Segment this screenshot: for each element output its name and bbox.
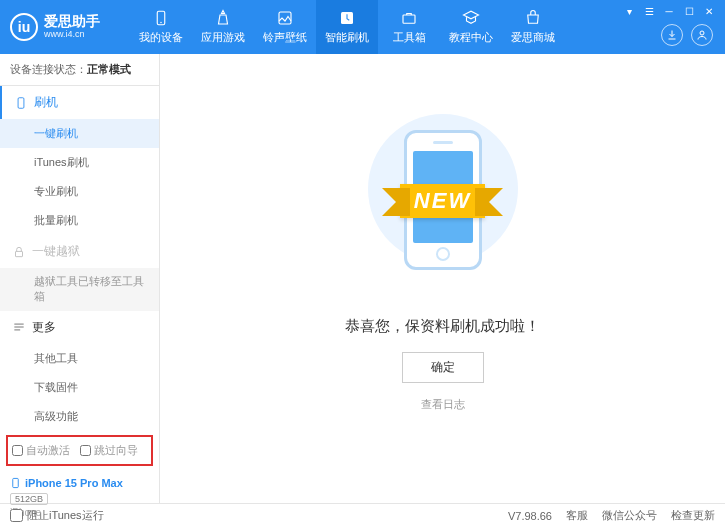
ok-button[interactable]: 确定 [402, 352, 484, 383]
toolbox-icon [400, 9, 418, 27]
new-ribbon: NEW [400, 184, 485, 218]
maximize-button[interactable]: ☐ [681, 4, 697, 18]
store-icon [524, 9, 542, 27]
svg-rect-8 [13, 478, 19, 487]
auto-activate-checkbox[interactable]: 自动激活 [12, 443, 70, 458]
window-controls: ▾ ☰ ─ ☐ ✕ [621, 0, 717, 18]
nav-label: 爱思商城 [511, 30, 555, 45]
nav-label: 我的设备 [139, 30, 183, 45]
sidebar-item-pro-flash[interactable]: 专业刷机 [0, 177, 159, 206]
success-illustration: NEW [343, 114, 543, 289]
sidebar-item-batch-flash[interactable]: 批量刷机 [0, 206, 159, 235]
section-jailbreak: 一键越狱 [0, 235, 159, 268]
download-button[interactable] [661, 24, 683, 46]
nav-ringtones[interactable]: 铃声壁纸 [254, 0, 316, 54]
footer-support[interactable]: 客服 [566, 508, 588, 523]
lock-icon [12, 245, 26, 259]
app-title: 爱思助手 [44, 14, 100, 29]
nav-label: 智能刷机 [325, 30, 369, 45]
nav-label: 教程中心 [449, 30, 493, 45]
phone-icon [14, 96, 28, 110]
view-log-link[interactable]: 查看日志 [421, 397, 465, 412]
main-content: NEW 恭喜您，保资料刷机成功啦！ 确定 查看日志 [160, 54, 725, 503]
nav-label: 工具箱 [393, 30, 426, 45]
nav-label: 应用游戏 [201, 30, 245, 45]
user-button[interactable] [691, 24, 713, 46]
connection-status: 设备连接状态：正常模式 [0, 54, 159, 86]
nav-store[interactable]: 爱思商城 [502, 0, 564, 54]
svg-rect-4 [403, 15, 415, 23]
sidebar: 设备连接状态：正常模式 刷机 一键刷机 iTunes刷机 专业刷机 批量刷机 一… [0, 54, 160, 503]
jailbreak-moved-info: 越狱工具已转移至工具箱 [0, 268, 159, 311]
highlighted-options-box: 自动激活 跳过向导 [6, 435, 153, 466]
nav-label: 铃声壁纸 [263, 30, 307, 45]
sidebar-item-download-firmware[interactable]: 下载固件 [0, 373, 159, 402]
footer-check-update[interactable]: 检查更新 [671, 508, 715, 523]
main-nav: 我的设备 应用游戏 铃声壁纸 智能刷机 工具箱 教程中心 爱思商城 [130, 0, 564, 54]
svg-rect-7 [16, 251, 23, 256]
storage-badge: 512GB [10, 493, 48, 505]
sidebar-item-other-tools[interactable]: 其他工具 [0, 344, 159, 373]
nav-tutorials[interactable]: 教程中心 [440, 0, 502, 54]
device-icon [152, 9, 170, 27]
more-icon [12, 320, 26, 334]
nav-flash[interactable]: 智能刷机 [316, 0, 378, 54]
nav-toolbox[interactable]: 工具箱 [378, 0, 440, 54]
minimize-button[interactable]: ─ [661, 4, 677, 18]
skip-guide-checkbox[interactable]: 跳过向导 [80, 443, 138, 458]
sidebar-item-itunes-flash[interactable]: iTunes刷机 [0, 148, 159, 177]
logo[interactable]: iu 爱思助手 www.i4.cn [10, 13, 100, 41]
success-message: 恭喜您，保资料刷机成功啦！ [345, 317, 540, 336]
wallpaper-icon [276, 9, 294, 27]
flash-icon [338, 9, 356, 27]
nav-my-device[interactable]: 我的设备 [130, 0, 192, 54]
close-button[interactable]: ✕ [701, 4, 717, 18]
section-more[interactable]: 更多 [0, 311, 159, 344]
footer-wechat[interactable]: 微信公众号 [602, 508, 657, 523]
svg-point-1 [160, 22, 162, 24]
block-itunes-checkbox[interactable]: 阻止iTunes运行 [10, 508, 104, 523]
connection-mode: 正常模式 [87, 63, 131, 75]
version-label: V7.98.66 [508, 510, 552, 522]
svg-point-5 [700, 31, 704, 35]
logo-icon: iu [10, 13, 38, 41]
section-flash[interactable]: 刷机 [0, 86, 159, 119]
menu-icon[interactable]: ▾ [621, 4, 637, 18]
svg-rect-6 [18, 97, 24, 108]
sidebar-item-onekey-flash[interactable]: 一键刷机 [0, 119, 159, 148]
apps-icon [214, 9, 232, 27]
device-icon [10, 476, 21, 490]
app-header: iu 爱思助手 www.i4.cn 我的设备 应用游戏 铃声壁纸 智能刷机 工具… [0, 0, 725, 54]
tutorial-icon [462, 9, 480, 27]
device-name: iPhone 15 Pro Max [10, 476, 149, 490]
hamburger-icon[interactable]: ☰ [641, 4, 657, 18]
app-url: www.i4.cn [44, 30, 100, 40]
sidebar-item-advanced[interactable]: 高级功能 [0, 402, 159, 431]
nav-apps[interactable]: 应用游戏 [192, 0, 254, 54]
